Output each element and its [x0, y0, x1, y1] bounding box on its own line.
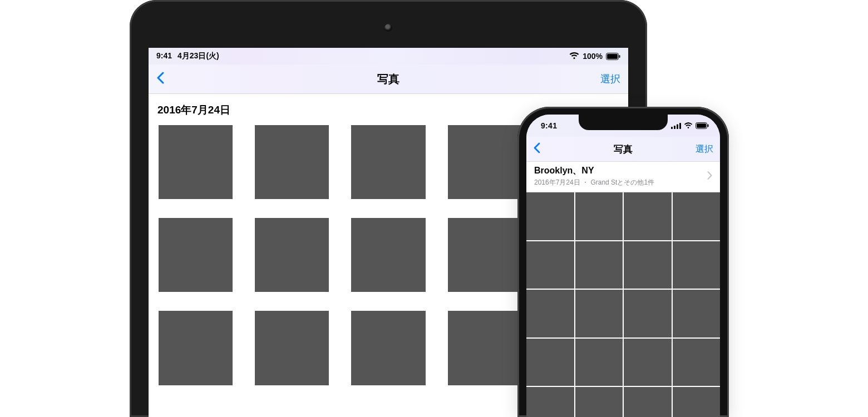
photo-thumbnail[interactable] — [673, 290, 721, 337]
cellular-icon — [671, 123, 681, 129]
select-button[interactable]: 選択 — [696, 143, 713, 155]
battery-icon — [606, 53, 620, 60]
svg-rect-3 — [671, 127, 673, 129]
photo-thumbnail[interactable] — [448, 218, 522, 292]
photo-thumbnail[interactable] — [351, 218, 425, 292]
ipad-camera — [384, 24, 392, 32]
photo-thumbnail[interactable] — [526, 241, 574, 289]
svg-rect-9 — [708, 125, 709, 127]
section-subtitle: 2016年7月24日 ・ Grand Stとその他1件 — [534, 178, 707, 187]
photo-thumbnail[interactable] — [255, 311, 329, 385]
photo-thumbnail[interactable] — [448, 311, 522, 385]
select-button[interactable]: 選択 — [600, 72, 620, 86]
photo-thumbnail[interactable] — [624, 339, 672, 386]
svg-rect-2 — [619, 55, 620, 58]
iphone-nav-bar: 写真 選択 — [526, 137, 720, 162]
nav-title: 写真 — [377, 72, 400, 87]
photo-thumbnail[interactable] — [575, 387, 623, 417]
photo-thumbnail[interactable] — [673, 241, 721, 289]
photo-thumbnail[interactable] — [673, 339, 721, 386]
iphone-device-frame: 9:41 写真 選択 Brooklyn、NY — [517, 107, 729, 417]
photo-thumbnail[interactable] — [526, 192, 574, 240]
photo-thumbnail[interactable] — [351, 311, 425, 385]
iphone-notch — [579, 115, 668, 130]
photo-thumbnail[interactable] — [159, 311, 233, 385]
ipad-nav-bar: 写真 選択 — [149, 64, 628, 94]
photo-thumbnail[interactable] — [255, 218, 329, 292]
svg-rect-6 — [679, 123, 681, 129]
photo-thumbnail[interactable] — [575, 192, 623, 240]
battery-icon — [696, 122, 709, 129]
photo-thumbnail[interactable] — [575, 339, 623, 386]
wifi-icon — [684, 122, 693, 129]
photo-thumbnail[interactable] — [624, 290, 672, 337]
photo-thumbnail[interactable] — [673, 387, 721, 417]
svg-rect-4 — [674, 126, 675, 129]
iphone-screen: 9:41 写真 選択 Brooklyn、NY — [526, 115, 720, 417]
svg-rect-8 — [697, 123, 706, 128]
status-time: 9:41 — [156, 51, 172, 61]
photo-thumbnail[interactable] — [673, 192, 721, 240]
status-time: 9:41 — [541, 121, 557, 130]
section-location: Brooklyn、NY — [534, 165, 707, 177]
photo-thumbnail[interactable] — [624, 192, 672, 240]
photo-thumbnail[interactable] — [624, 387, 672, 417]
status-date: 4月23日(火) — [177, 51, 219, 61]
photo-thumbnail[interactable] — [526, 290, 574, 337]
nav-title: 写真 — [614, 143, 633, 156]
chevron-right-icon — [707, 171, 712, 182]
photo-thumbnail[interactable] — [624, 241, 672, 289]
back-button[interactable] — [156, 72, 165, 86]
wifi-icon — [569, 52, 579, 60]
photo-thumbnail[interactable] — [159, 218, 233, 292]
photo-thumbnail[interactable] — [255, 125, 329, 199]
photo-thumbnail[interactable] — [351, 125, 425, 199]
photo-thumbnail[interactable] — [448, 125, 522, 199]
svg-rect-5 — [677, 124, 678, 129]
back-button[interactable] — [533, 142, 540, 156]
section-header[interactable]: Brooklyn、NY 2016年7月24日 ・ Grand Stとその他1件 — [526, 162, 720, 192]
status-battery-percent: 100% — [583, 52, 603, 61]
photo-thumbnail[interactable] — [575, 290, 623, 337]
photo-thumbnail[interactable] — [575, 241, 623, 289]
iphone-photo-grid — [526, 192, 720, 417]
photo-thumbnail[interactable] — [159, 125, 233, 199]
ipad-status-bar: 9:41 4月23日(火) 100% — [149, 48, 628, 64]
photo-thumbnail[interactable] — [526, 387, 574, 417]
photo-thumbnail[interactable] — [526, 339, 574, 386]
svg-rect-1 — [607, 54, 618, 59]
